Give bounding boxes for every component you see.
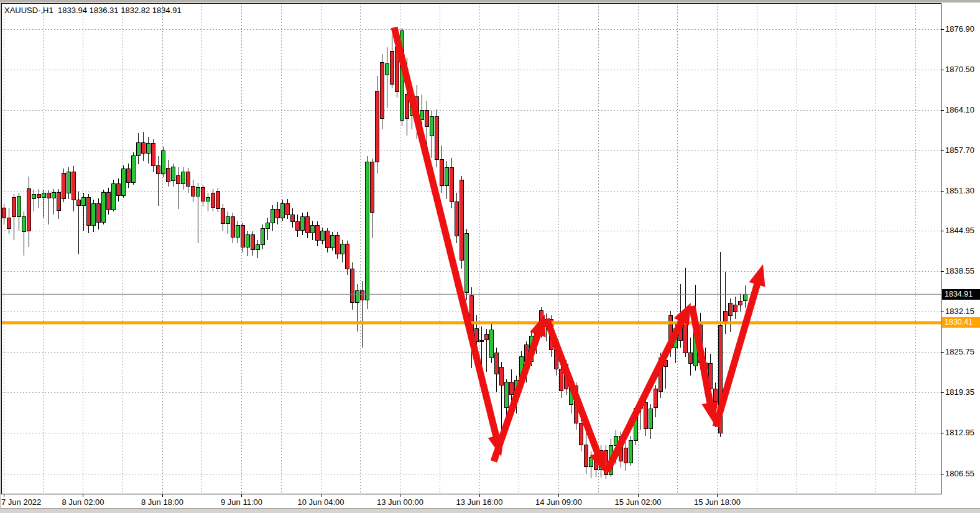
chart-window: XAUUSD-,H1 1833.94 1836.31 1832.82 1834.… (0, 0, 980, 513)
symbol-period-label: XAUUSD-,H1 (4, 6, 53, 15)
candle-bearish (37, 195, 40, 198)
candle-bearish (738, 302, 742, 305)
candle-bullish (236, 226, 239, 238)
candle-bullish (256, 244, 259, 249)
bid-price-tag: 1834.91 (942, 289, 980, 300)
x-axis-label: 8 Jun 02:00 (57, 497, 109, 507)
candle-bearish (479, 341, 483, 342)
candle-bullish (266, 223, 269, 229)
candle-bearish (57, 193, 60, 210)
x-axis-label: 15 Jun 18:00 (691, 497, 744, 507)
candle-bearish (350, 269, 354, 303)
candle-bearish (688, 353, 692, 363)
candle-bullish (280, 203, 284, 218)
candle-bearish (345, 244, 349, 269)
candle-bearish (723, 312, 727, 321)
candle-bullish (181, 172, 185, 183)
trend-arrow-shaft[interactable] (547, 319, 599, 456)
candle-bearish (654, 389, 657, 407)
trend-arrow-head[interactable] (530, 315, 546, 338)
candle-bearish (375, 91, 379, 162)
trend-arrow-shaft[interactable] (394, 27, 497, 440)
y-axis-label: 1812.95 (945, 428, 980, 437)
candle-bullish (430, 117, 433, 136)
candle-bearish (624, 448, 627, 463)
candle-bearish (733, 305, 737, 312)
candle-bearish (191, 187, 195, 196)
candle-bearish (494, 353, 498, 374)
candlestick-chart-canvas[interactable] (0, 0, 980, 513)
candle-bearish (141, 142, 145, 153)
candle-bullish (589, 458, 593, 467)
y-axis-label: 1864.10 (945, 106, 980, 114)
candle-bearish (390, 51, 394, 85)
candle-bullish (111, 184, 115, 210)
candle-bearish (425, 111, 428, 126)
candle-bearish (72, 172, 75, 200)
candle-bullish (161, 151, 165, 174)
candle-bullish (330, 236, 334, 247)
plot-border (1, 3, 941, 494)
y-axis-label: 1851.30 (945, 187, 980, 195)
candle-bullish (226, 216, 229, 223)
candle-bearish (106, 193, 110, 210)
candle-bearish (231, 216, 234, 238)
candle-bearish (275, 209, 279, 218)
candle-bearish (166, 168, 170, 182)
candle-bullish (196, 188, 200, 196)
candle-bearish (325, 231, 329, 247)
candle-bearish (2, 208, 6, 218)
candle-bullish (445, 167, 448, 185)
candle-bearish (201, 188, 205, 201)
candle-bearish (12, 198, 16, 216)
candle-bearish (455, 202, 458, 236)
y-axis-label: 1838.55 (945, 267, 980, 275)
candle-bearish (484, 334, 488, 340)
y-axis-label: 1819.35 (945, 388, 980, 397)
candle-bullish (743, 294, 747, 300)
candle-bullish (465, 234, 468, 293)
candle-bullish (52, 193, 55, 198)
candle-bearish (7, 218, 11, 228)
candle-bearish (335, 236, 339, 254)
candle-bearish (405, 94, 409, 119)
candle-bearish (305, 216, 309, 233)
candle-bearish (290, 215, 294, 221)
candle-bullish (385, 63, 389, 75)
candle-bearish (315, 226, 319, 241)
candle-bullish (42, 193, 45, 198)
x-axis-label: 13 Jun 00:00 (374, 497, 427, 507)
candle-bullish (261, 229, 264, 244)
candle-bearish (713, 389, 717, 401)
candle-bullish (131, 156, 135, 183)
candle-bullish (136, 142, 140, 155)
candle-bearish (728, 303, 732, 316)
candle-bearish (579, 423, 583, 445)
trend-arrow-shaft[interactable] (494, 331, 539, 461)
y-axis-label: 1857.70 (945, 146, 980, 155)
y-axis-label: 1806.55 (945, 469, 980, 478)
horizontal-line-price-tag[interactable]: 1830.41 (942, 317, 980, 328)
candle-bullish (504, 382, 508, 408)
candle-bearish (559, 369, 563, 391)
candle-bullish (320, 231, 324, 241)
x-axis-label: 8 Jun 18:00 (136, 497, 188, 507)
candle-bearish (241, 226, 244, 247)
candle-bullish (300, 216, 304, 230)
y-axis-label: 1844.95 (945, 226, 980, 235)
candle-bearish (62, 173, 65, 199)
candle-bearish (380, 62, 384, 118)
candle-bearish (176, 175, 180, 183)
candle-bullish (22, 216, 25, 231)
trend-arrow-shaft[interactable] (607, 318, 683, 471)
y-axis-label: 1870.50 (945, 65, 980, 74)
candle-bullish (310, 226, 314, 233)
candle-bearish (251, 235, 254, 249)
candle-bearish (151, 143, 155, 165)
candle-bearish (96, 203, 100, 222)
candle-bearish (683, 323, 687, 353)
candle-bullish (270, 209, 274, 223)
x-axis-label: 9 Jun 11:00 (216, 497, 268, 507)
window-bottom-edge (0, 508, 980, 513)
candle-bearish (285, 203, 289, 215)
